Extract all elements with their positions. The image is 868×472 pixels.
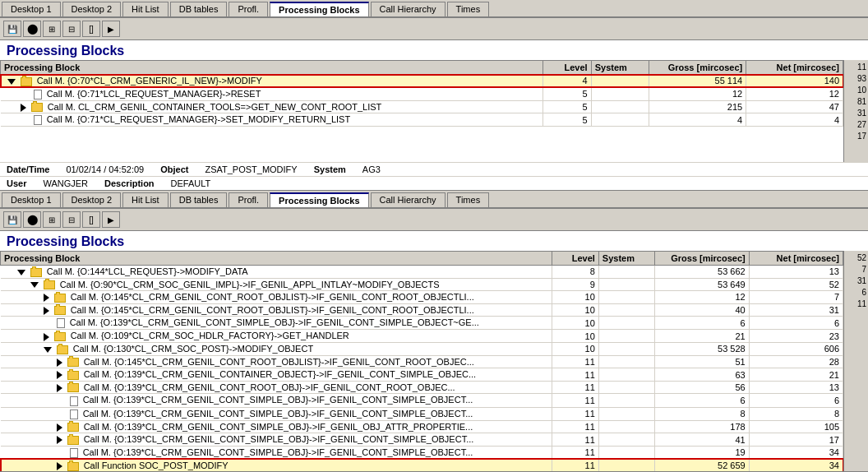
tab-hitlist[interactable]: Hit List — [122, 2, 169, 16]
p2-col-gross: Gross [mircosec] — [655, 252, 749, 266]
table-row[interactable]: Call M. {O:144*LCL_REQUEST}->MODIFY_DATA… — [1, 266, 843, 279]
cell-system — [598, 394, 655, 407]
p2-toolbar-grid-btn[interactable]: ⊞ — [43, 211, 61, 228]
expand-down-icon[interactable] — [17, 270, 25, 275]
cell-gross: 63 — [655, 368, 749, 382]
table-row[interactable]: Call M. {O:145*CL_CRM_GENIL_CONT_ROOT_OB… — [1, 291, 843, 304]
panel2: 💾 ⬤ ⊞ ⊟ [] ▶ Processing Blocks Processin… — [0, 209, 868, 472]
table-row[interactable]: Call M. {O:145*CL_CRM_GENIL_CONT_ROOT_OB… — [1, 303, 843, 317]
inner-tab-desktop2[interactable]: Desktop 2 — [62, 192, 122, 207]
p2-toolbar-circle-btn[interactable]: ⬤ — [23, 211, 41, 228]
tab-desktop2[interactable]: Desktop 2 — [62, 2, 122, 16]
panel1-table-wrapper[interactable]: Processing Block Level System Gross [mir… — [0, 60, 843, 162]
table-row[interactable]: Call M. {O:139*CL_CRM_GENIL_CONT_SIMPLE_… — [1, 407, 843, 420]
panel1-right-numbers: 11 93 10 81 31 27 17 — [843, 60, 868, 162]
expand-right-icon[interactable] — [57, 371, 62, 379]
table-row[interactable]: Call M. {O:90*CL_CRM_SOC_GENIL_IMPL}->IF… — [1, 278, 843, 291]
tab-times[interactable]: Times — [447, 2, 490, 16]
p2-col-level: Level — [552, 252, 598, 266]
tab-dbtables[interactable]: DB tables — [170, 2, 228, 16]
table-row[interactable]: Call M. {O:70*CL_CRM_GENERIC_IL_NEW}->MO… — [1, 75, 843, 88]
inner-tab-hitlist[interactable]: Hit List — [122, 192, 169, 207]
cell-net: 6 — [749, 317, 843, 330]
table-row[interactable]: Call M. {O:145*CL_CRM_GENIL_CONT_ROOT_OB… — [1, 355, 843, 368]
p2-toolbar-grid2-btn[interactable]: ⊟ — [62, 211, 81, 228]
expand-right-icon[interactable] — [57, 423, 62, 432]
table-row[interactable]: Call M. {O:130*CL_CRM_SOC_POST}->MODIFY_… — [1, 343, 843, 356]
cell-level: 11 — [552, 407, 598, 420]
cell-net: 8 — [749, 407, 843, 420]
inner-tab-desktop1[interactable]: Desktop 1 — [2, 192, 61, 207]
cell-gross: 12 — [649, 87, 746, 100]
inner-tab-processingblocks[interactable]: Processing Blocks — [270, 192, 368, 207]
cell-gross: 4 — [649, 113, 746, 127]
table-row[interactable]: Call M. {O:139*CL_CRM_GENIL_CONTAINER_OB… — [1, 368, 843, 382]
right-num: 31 — [846, 275, 866, 287]
table-row[interactable]: Call M. {O:139*CL_CRM_GENIL_CONT_SIMPLE_… — [1, 420, 843, 433]
expand-right-icon[interactable] — [44, 307, 49, 315]
table-row[interactable]: Call M. {O:71*LCL_REQUEST_MANAGER}->RESE… — [1, 87, 843, 100]
cell-net: 7 — [749, 291, 843, 304]
cell-gross: 51 — [655, 355, 749, 368]
toolbar-arrow-btn[interactable]: ▶ — [102, 21, 120, 37]
toolbar-bracket-btn[interactable]: [] — [82, 21, 100, 37]
expand-down-icon[interactable] — [30, 282, 39, 288]
expand-icon[interactable] — [7, 79, 16, 85]
tab-callhierarchy[interactable]: Call Hierarchy — [371, 2, 446, 16]
cell-block: Call M. {O:139*CL_CRM_GENIL_CONTAINER_OB… — [1, 368, 552, 382]
table-row[interactable]: Call M. {O:139*CL_CRM_GENIL_CONT_SIMPLE_… — [1, 433, 843, 447]
toolbar-grid2-btn[interactable]: ⊟ — [62, 21, 81, 37]
table-row[interactable]: Call M. CL_CRM_GENIL_CONTAINER_TOOLS=>GE… — [1, 100, 843, 113]
cell-block-text: Call Function SOC_POST_MODIFY — [84, 460, 229, 470]
tab-profl[interactable]: Profl. — [229, 2, 268, 16]
cell-block: Call Function SOC_POST_MODIFY — [1, 459, 552, 471]
table-row[interactable]: Call M. {O:139*CL_CRM_GENIL_CONT_ROOT_OB… — [1, 381, 843, 394]
expand-right-icon[interactable] — [57, 436, 62, 444]
table-row[interactable]: Call M. {O:139*CL_CRM_GENIL_CONT_SIMPLE_… — [1, 446, 843, 459]
folder-icon — [57, 345, 68, 354]
table-row[interactable]: Call M. {O:71*CL_REQUEST_MANAGER}->SET_M… — [1, 113, 843, 127]
cell-net: 13 — [749, 381, 843, 394]
cell-level: 4 — [542, 75, 591, 88]
expand-right-icon[interactable] — [44, 333, 49, 341]
table-row[interactable]: Call M. {O:139*CL_CRM_GENIL_CONT_SIMPLE_… — [1, 394, 843, 407]
cell-block-text: Call M. {O:139*CL_CRM_GENIL_CONTAINER_OB… — [84, 369, 477, 379]
cell-gross: 21 — [655, 330, 749, 343]
p2-toolbar-bracket-btn[interactable]: [] — [82, 211, 100, 228]
panel2-table-wrapper[interactable]: Processing Block Level System Gross [mir… — [0, 251, 843, 471]
expand-icon[interactable] — [21, 104, 26, 112]
inner-tab-callhierarchy[interactable]: Call Hierarchy — [371, 192, 446, 207]
panel1-table: Processing Block Level System Gross [mir… — [0, 60, 843, 127]
expand-down-icon[interactable] — [44, 347, 52, 353]
table-row[interactable]: Call M. {O:139*CL_CRM_GENIL_CONT_SIMPLE_… — [1, 317, 843, 330]
panel1-toolbar: 💾 ⬤ ⊞ ⊟ [] ▶ — [0, 18, 868, 40]
user-label: User — [7, 178, 26, 188]
expand-right-icon[interactable] — [44, 294, 49, 302]
cell-net: 105 — [749, 420, 843, 433]
inner-tab-times[interactable]: Times — [447, 192, 490, 207]
inner-tab-dbtables[interactable]: DB tables — [170, 192, 228, 207]
p2-toolbar-arrow-btn[interactable]: ▶ — [102, 211, 120, 228]
toolbar-circle-btn[interactable]: ⬤ — [23, 21, 41, 37]
cell-level: 10 — [552, 330, 598, 343]
panel2-body: Processing Block Level System Gross [mir… — [0, 251, 868, 471]
folder-icon — [67, 371, 79, 380]
inner-tab-profl[interactable]: Profl. — [229, 192, 268, 207]
cell-block: Call M. {O:144*LCL_REQUEST}->MODIFY_DATA — [1, 266, 552, 279]
expand-right-icon[interactable] — [57, 359, 62, 367]
right-num: 6 — [846, 287, 866, 298]
toolbar-save-btn[interactable]: 💾 — [3, 21, 21, 37]
cell-system — [598, 317, 655, 330]
toolbar-grid-btn[interactable]: ⊞ — [43, 21, 61, 37]
table-row[interactable]: Call M. {O:109*CL_CRM_SOC_HDLR_FACTORY}-… — [1, 330, 843, 343]
expand-right-icon[interactable] — [57, 462, 62, 470]
doc-icon — [70, 410, 78, 419]
cell-block: Call M. {O:109*CL_CRM_SOC_HDLR_FACTORY}-… — [1, 330, 552, 343]
expand-right-icon[interactable] — [57, 384, 62, 392]
tab-processingblocks[interactable]: Processing Blocks — [270, 2, 368, 16]
p2-toolbar-save-btn[interactable]: 💾 — [3, 211, 21, 228]
table-row[interactable]: Call Function SOC_POST_MODIFY 11 52 659 … — [1, 459, 843, 471]
cell-level: 5 — [542, 100, 591, 113]
right-num: 27 — [846, 119, 866, 131]
tab-desktop1[interactable]: Desktop 1 — [2, 2, 61, 16]
